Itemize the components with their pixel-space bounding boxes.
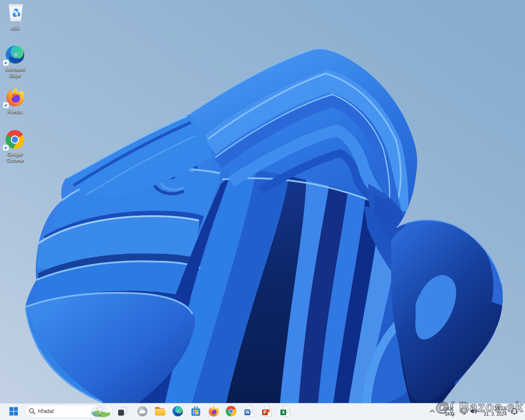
svg-text:P: P: [263, 410, 266, 415]
svg-text:X: X: [282, 410, 285, 415]
svg-text:W: W: [245, 410, 250, 415]
